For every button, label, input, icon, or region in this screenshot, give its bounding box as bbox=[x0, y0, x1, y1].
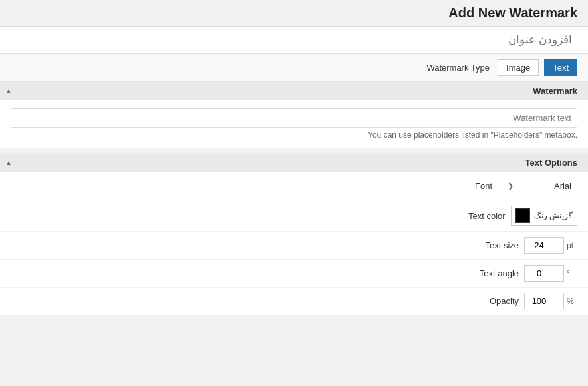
opacity-row: Opacity % bbox=[0, 288, 588, 315]
opacity-wrapper: % bbox=[524, 293, 577, 309]
watermark-section-content: .You can use placeholders listed in "Pla… bbox=[0, 100, 588, 148]
text-size-input[interactable] bbox=[524, 237, 564, 254]
color-picker-label: گزینش رنگ bbox=[534, 211, 573, 220]
color-swatch bbox=[515, 208, 530, 223]
text-size-unit: pt bbox=[567, 241, 577, 250]
opacity-input[interactable] bbox=[524, 293, 564, 309]
font-select[interactable]: ❯ Arial bbox=[498, 178, 577, 194]
font-row: Font ❯ Arial bbox=[0, 172, 588, 200]
watermark-helper-text: .You can use placeholders listed in "Pla… bbox=[11, 130, 577, 140]
watermark-type-label: Watermark Type bbox=[426, 63, 490, 73]
font-select-value: Arial bbox=[514, 181, 571, 191]
text-angle-row: Text angle ° bbox=[0, 260, 588, 288]
opacity-label: Opacity bbox=[466, 296, 519, 306]
watermark-type-row: Watermark Type Image Text bbox=[0, 54, 588, 82]
text-size-wrapper: pt bbox=[524, 237, 577, 254]
text-options-collapse-icon: ▲ bbox=[5, 159, 12, 166]
text-options-section-title: Text Options bbox=[525, 158, 577, 168]
text-angle-unit: ° bbox=[567, 269, 577, 278]
color-picker[interactable]: گزینش رنگ bbox=[511, 206, 577, 226]
text-angle-label: Text angle bbox=[466, 268, 519, 278]
font-label: Font bbox=[439, 181, 492, 191]
collapse-icon: ▲ bbox=[5, 87, 12, 95]
page-header: Add New Watermark bbox=[0, 0, 588, 27]
text-angle-wrapper: ° bbox=[524, 265, 577, 282]
title-input[interactable] bbox=[0, 31, 577, 49]
opacity-unit: % bbox=[567, 297, 577, 306]
watermark-text-input[interactable] bbox=[11, 108, 577, 128]
font-select-arrow-icon: ❯ bbox=[508, 182, 514, 190]
text-toggle-button[interactable]: Text bbox=[544, 59, 577, 76]
text-size-row: Text size pt bbox=[0, 232, 588, 260]
text-options-content: Font ❯ Arial Text color گزینش رنگ Text s… bbox=[0, 172, 588, 315]
watermark-section-title: Watermark bbox=[533, 86, 577, 96]
title-area bbox=[0, 27, 588, 54]
text-size-label: Text size bbox=[466, 240, 519, 250]
text-angle-input[interactable] bbox=[524, 265, 564, 282]
page-wrapper: Add New Watermark Watermark Type Image T… bbox=[0, 0, 588, 386]
page-title: Add New Watermark bbox=[0, 5, 577, 21]
text-color-row: Text color گزینش رنگ bbox=[0, 200, 588, 232]
watermark-section-header[interactable]: ▲ Watermark bbox=[0, 82, 588, 100]
image-toggle-button[interactable]: Image bbox=[498, 59, 539, 76]
text-color-label: Text color bbox=[452, 211, 506, 221]
text-options-section-header[interactable]: ▲ Text Options bbox=[0, 154, 588, 172]
